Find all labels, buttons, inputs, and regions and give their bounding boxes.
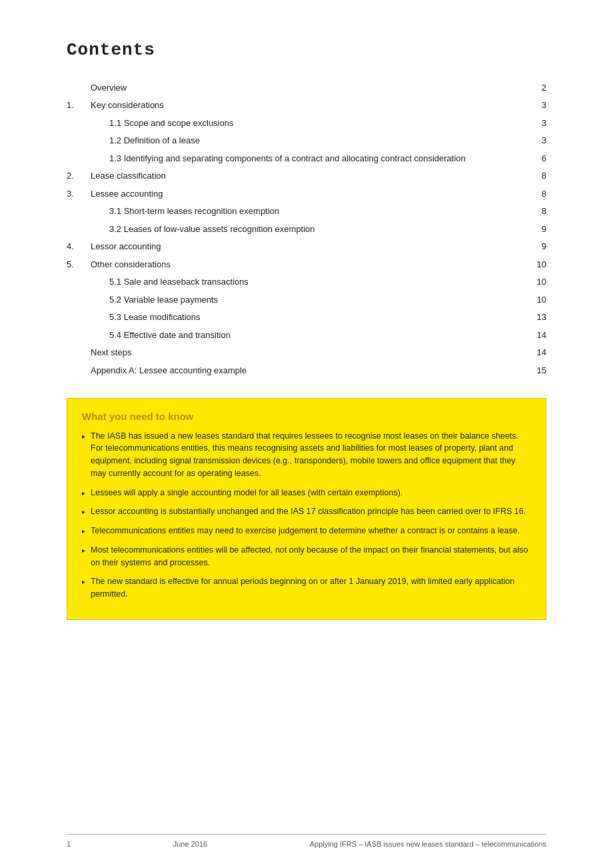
bullet-icon: ▸: [82, 431, 85, 441]
toc-page: 13: [526, 309, 546, 327]
toc-page: 10: [526, 291, 546, 309]
yellow-box-item-text: Telecommunications entities may need to …: [91, 525, 520, 537]
toc-num: [67, 220, 91, 238]
toc-page: 3: [526, 132, 546, 150]
toc-page: 9: [526, 220, 546, 238]
toc-page: 14: [526, 326, 546, 344]
toc-row: Appendix A: Lessee accounting example15: [67, 361, 546, 379]
toc-num: [67, 132, 91, 150]
toc-table: Overview21.Key considerations31.1 Scope …: [67, 79, 546, 379]
toc-label: 5.2 Variable lease payments: [91, 291, 526, 309]
toc-label: Lessor accounting: [91, 238, 526, 256]
toc-label: Next steps: [91, 344, 526, 362]
footer-title: Applying IFRS – IASB issues new leases s…: [310, 840, 546, 848]
toc-row: 5.1 Sale and leaseback transactions10: [67, 273, 546, 291]
toc-page: 8: [526, 167, 546, 185]
toc-num: [67, 114, 91, 132]
toc-label: Other considerations: [91, 255, 526, 273]
toc-page: 10: [526, 273, 546, 291]
toc-row: 4.Lessor accounting9: [67, 238, 546, 256]
toc-row: 1.2 Definition of a lease3: [67, 132, 546, 150]
footer-page-num: 1: [67, 840, 71, 848]
toc-num: [67, 326, 91, 344]
toc-label: 3.2 Leases of low-value assets recogniti…: [91, 220, 526, 238]
yellow-box-item-text: Most telecommunications entities will be…: [91, 544, 531, 569]
toc-num: 2.: [67, 167, 91, 185]
yellow-box-item-text: Lessees will apply a single accounting m…: [91, 487, 402, 499]
toc-label: 5.1 Sale and leaseback transactions: [91, 273, 526, 291]
toc-page: 3: [526, 114, 546, 132]
yellow-box: What you need to know ▸The IASB has issu…: [67, 398, 546, 620]
bullet-icon: ▸: [82, 488, 85, 498]
toc-num: 3.: [67, 185, 91, 203]
toc-page: 3: [526, 97, 546, 115]
toc-label: 1.1 Scope and scope exclusions: [91, 114, 526, 132]
toc-row: 3.2 Leases of low-value assets recogniti…: [67, 220, 546, 238]
toc-row: 5.Other considerations10: [67, 255, 546, 273]
toc-label: 1.2 Definition of a lease: [91, 132, 526, 150]
toc-num: [67, 309, 91, 327]
toc-row: 5.2 Variable lease payments10: [67, 291, 546, 309]
yellow-box-item: ▸Lessees will apply a single accounting …: [82, 487, 531, 499]
page-title: Contents: [67, 40, 546, 60]
yellow-box-item: ▸Lessor accounting is substantially unch…: [82, 505, 531, 518]
yellow-box-item: ▸The IASB has issued a new leases standa…: [82, 430, 531, 480]
bullet-icon: ▸: [82, 545, 85, 555]
toc-page: 6: [526, 149, 546, 167]
toc-label: 5.4 Effective date and transition: [91, 326, 526, 344]
yellow-box-item: ▸Telecommunications entities may need to…: [82, 525, 531, 537]
toc-page: 2: [526, 79, 546, 97]
toc-label: Lessee accounting: [91, 185, 526, 203]
toc-label: 5.3 Lease modifications: [91, 309, 526, 327]
toc-page: 8: [526, 185, 546, 203]
toc-page: 8: [526, 203, 546, 221]
toc-label: Overview: [91, 79, 526, 97]
toc-num: [67, 344, 91, 362]
toc-num: [67, 203, 91, 221]
toc-num: [67, 361, 91, 379]
toc-num: [67, 273, 91, 291]
toc-row: 3.1 Short-term leases recognition exempt…: [67, 203, 546, 221]
bullet-icon: ▸: [82, 577, 85, 587]
toc-row: 5.4 Effective date and transition14: [67, 326, 546, 344]
toc-num: 5.: [67, 255, 91, 273]
toc-page: 15: [526, 361, 546, 379]
toc-num: 4.: [67, 238, 91, 256]
toc-num: [67, 149, 91, 167]
yellow-box-item: ▸Most telecommunications entities will b…: [82, 544, 531, 569]
yellow-box-item-text: The IASB has issued a new leases standar…: [91, 430, 531, 480]
toc-page: 9: [526, 238, 546, 256]
toc-label: Lease classification: [91, 167, 526, 185]
toc-label: 3.1 Short-term leases recognition exempt…: [91, 203, 526, 221]
yellow-box-list: ▸The IASB has issued a new leases standa…: [82, 430, 531, 601]
toc-page: 10: [526, 255, 546, 273]
bullet-icon: ▸: [82, 507, 85, 517]
bullet-icon: ▸: [82, 526, 85, 536]
toc-label: Appendix A: Lessee accounting example: [91, 361, 526, 379]
footer: 1 June 2016 Applying IFRS – IASB issues …: [67, 834, 546, 848]
toc-row: Next steps14: [67, 344, 546, 362]
toc-row: 3.Lessee accounting8: [67, 185, 546, 203]
toc-row: 2.Lease classification8: [67, 167, 546, 185]
toc-label: 1.3 Identifying and separating component…: [91, 149, 526, 167]
toc-row: 5.3 Lease modifications13: [67, 309, 546, 327]
toc-row: 1.3 Identifying and separating component…: [67, 149, 546, 167]
toc-num: [67, 291, 91, 309]
toc-row: 1.Key considerations3: [67, 97, 546, 115]
toc-num: 1.: [67, 97, 91, 115]
yellow-box-heading: What you need to know: [82, 411, 531, 422]
footer-date: June 2016: [173, 840, 207, 848]
page: Contents Overview21.Key considerations31…: [0, 0, 613, 868]
yellow-box-item: ▸The new standard is effective for annua…: [82, 575, 531, 601]
toc-page: 14: [526, 344, 546, 362]
yellow-box-item-text: The new standard is effective for annual…: [91, 575, 531, 601]
toc-row: Overview2: [67, 79, 546, 97]
toc-label: Key considerations: [91, 97, 526, 115]
toc-num: [67, 79, 91, 97]
toc-row: 1.1 Scope and scope exclusions3: [67, 114, 546, 132]
yellow-box-item-text: Lessor accounting is substantially uncha…: [91, 505, 526, 518]
